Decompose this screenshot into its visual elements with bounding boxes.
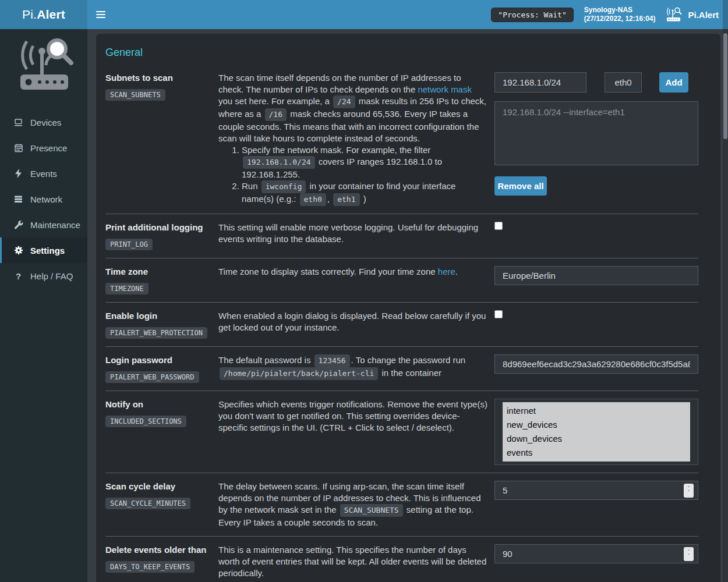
setting-code-badge: TIMEZONE	[105, 283, 149, 294]
setting-label-col: Scan cycle delaySCAN_CYCLE_MINUTES	[105, 481, 218, 528]
desc-text: . To change the password run	[351, 355, 466, 365]
settings-row-scan-cycle: Scan cycle delaySCAN_CYCLE_MINUTESThe de…	[105, 473, 698, 536]
gear-icon	[13, 246, 23, 255]
sidebar-item-settings[interactable]: Settings	[0, 237, 87, 263]
included-sections-control: internetnew_devicesdown_devicesevents	[494, 399, 698, 465]
question-icon: ?	[13, 271, 23, 281]
multiselect-option-down_devices[interactable]: down_devices	[503, 432, 690, 446]
sidebar-item-label: Maintenance	[30, 220, 80, 230]
add-subnet-button[interactable]: Add	[659, 72, 688, 93]
desc-text: you set here. For example, a	[218, 96, 332, 106]
navbar-app-name: Pi.Alert	[688, 10, 719, 20]
brand-bold: Alert	[37, 8, 65, 22]
included-sections-multiselect[interactable]: internetnew_devicesdown_devicesevents	[494, 399, 698, 465]
setting-code-badge: PIALERT_WEB_PASSWORD	[105, 371, 199, 383]
inline-code: 192.168.1.0/24	[243, 156, 315, 169]
setting-description: Time zone to display stats correctly. Fi…	[218, 266, 494, 294]
setting-label: Login password	[105, 354, 218, 366]
desc-text: ,	[327, 194, 332, 204]
setting-description: When enabled a login dialog is displayed…	[218, 310, 494, 339]
router-scan-icon	[666, 7, 683, 22]
inline-code: /16	[265, 108, 287, 121]
setting-label: Enable login	[105, 310, 218, 322]
sidebar-item-presence[interactable]: Presence	[0, 135, 87, 161]
sidebar-item-label: Events	[30, 169, 57, 179]
scrollbar-track[interactable]	[723, 0, 728, 582]
sidebar-toggle-button[interactable]	[87, 0, 114, 29]
desc-link[interactable]: here	[438, 267, 455, 276]
sidebar-item-help-faq[interactable]: ?Help / FAQ	[0, 263, 87, 289]
timezone-input[interactable]	[494, 266, 698, 285]
web-protection-checkbox[interactable]	[494, 310, 503, 318]
setting-label-col: Login passwordPIALERT_WEB_PASSWORD	[105, 354, 218, 383]
host-info: Synology-NAS (27/12/2022, 12:16:04)	[584, 6, 656, 23]
desc-text: Time zone to display stats correctly. Fi…	[218, 267, 438, 276]
scrollbar-thumb[interactable]	[723, 33, 727, 139]
inline-code: eth0	[300, 193, 326, 206]
setting-description: The scan time itself depends on the numb…	[218, 72, 494, 206]
number-spinner[interactable]: ˄˅	[684, 484, 694, 498]
web-protection-control	[494, 310, 698, 339]
setting-label-col: Time zoneTIMEZONE	[105, 266, 218, 294]
main-content: Settings GeneralSubnets to scanSCAN_SUBN…	[87, 0, 728, 582]
desc-text: Specifies which events trigger notificat…	[218, 399, 487, 432]
days-to-keep-control: ˄˅	[494, 544, 698, 579]
setting-label-col: Enable loginPIALERT_WEB_PROTECTION	[105, 310, 218, 339]
days-to-keep-number-input[interactable]	[494, 544, 698, 563]
web-password-control	[494, 354, 698, 383]
subnet-ip-input[interactable]	[494, 72, 586, 93]
settings-row-days-to-keep: Delete events older thanDAYS_TO_KEEP_EVE…	[105, 536, 698, 582]
setting-label: Subnets to scan	[105, 72, 218, 84]
setting-label-col: Print additional loggingPRINT_LOG	[105, 222, 218, 250]
inline-code: eth1	[333, 193, 359, 206]
setting-description: This is a maintenance setting. This spec…	[218, 544, 494, 579]
instruction-item: Specify the network mask. For example, t…	[242, 144, 487, 180]
multiselect-option-new_devices[interactable]: new_devices	[503, 418, 690, 432]
inline-code: /24	[333, 95, 355, 108]
wrench-icon	[13, 220, 23, 229]
inline-code: iwconfig	[261, 180, 306, 193]
network-icon	[13, 194, 23, 204]
multiselect-options: internetnew_devicesdown_devicesevents	[503, 402, 690, 462]
number-spinner[interactable]: ˄˅	[684, 547, 694, 561]
desc-text: The default password is	[218, 355, 313, 365]
subnet-interface-input[interactable]	[605, 72, 642, 93]
desc-text: in the container	[379, 368, 441, 378]
scan-cycle-number-input[interactable]	[494, 481, 698, 500]
section-title: General	[105, 36, 698, 65]
sidebar-item-label: Help / FAQ	[30, 271, 73, 281]
sidebar-item-maintenance[interactable]: Maintenance	[0, 212, 87, 237]
sidebar-item-network[interactable]: Network	[0, 186, 87, 212]
settings-row-print-log: Print additional loggingPRINT_LOGThis se…	[105, 214, 698, 258]
web-password-input[interactable]	[494, 354, 698, 374]
remove-all-subnets-button[interactable]: Remove all	[494, 176, 547, 196]
setting-code-badge: PIALERT_WEB_PROTECTION	[105, 327, 207, 339]
brand-logo-text[interactable]: Pi.Alert	[0, 0, 87, 29]
sidebar: DevicesPresenceEventsNetworkMaintenanceS…	[0, 29, 87, 582]
sidebar-item-devices[interactable]: Devices	[0, 109, 87, 135]
setting-label-col: Notify onINCLUDED_SECTIONS	[105, 399, 218, 465]
desc-text: Run	[242, 181, 260, 191]
desc-text: This is a maintenance setting. This spec…	[218, 545, 486, 578]
setting-label: Scan cycle delay	[105, 481, 218, 492]
sidebar-item-label: Settings	[30, 246, 65, 255]
panel-general: GeneralSubnets to scanSCAN_SUBNETSThe sc…	[96, 34, 720, 582]
settings-panels: GeneralSubnets to scanSCAN_SUBNETSThe sc…	[96, 34, 720, 582]
setting-code-badge: SCAN_CYCLE_MINUTES	[105, 498, 190, 509]
setting-label-col: Delete events older thanDAYS_TO_KEEP_EVE…	[105, 544, 218, 579]
desc-link[interactable]: network mask	[418, 84, 472, 94]
host-name: Synology-NAS	[584, 6, 656, 15]
navbar-right: "Process: Wait" Synology-NAS (27/12/2022…	[491, 0, 728, 29]
settings-row-scan-subnets: Subnets to scanSCAN_SUBNETSThe scan time…	[105, 65, 698, 214]
hamburger-icon	[96, 9, 105, 20]
setting-label: Delete events older than	[105, 544, 218, 556]
navbar-app[interactable]: Pi.Alert	[666, 7, 719, 22]
multiselect-option-events[interactable]: events	[503, 446, 690, 460]
desc-text: Specify the network mask. For example, t…	[242, 145, 430, 155]
multiselect-option-internet[interactable]: internet	[503, 404, 690, 418]
settings-row-web-password: Login passwordPIALERT_WEB_PASSWORDThe de…	[105, 346, 698, 391]
sidebar-item-events[interactable]: Events	[0, 161, 87, 186]
subnet-list-textarea[interactable]	[494, 101, 698, 165]
setting-code-badge: DAYS_TO_KEEP_EVENTS	[105, 561, 195, 573]
print-log-checkbox[interactable]	[494, 222, 503, 230]
